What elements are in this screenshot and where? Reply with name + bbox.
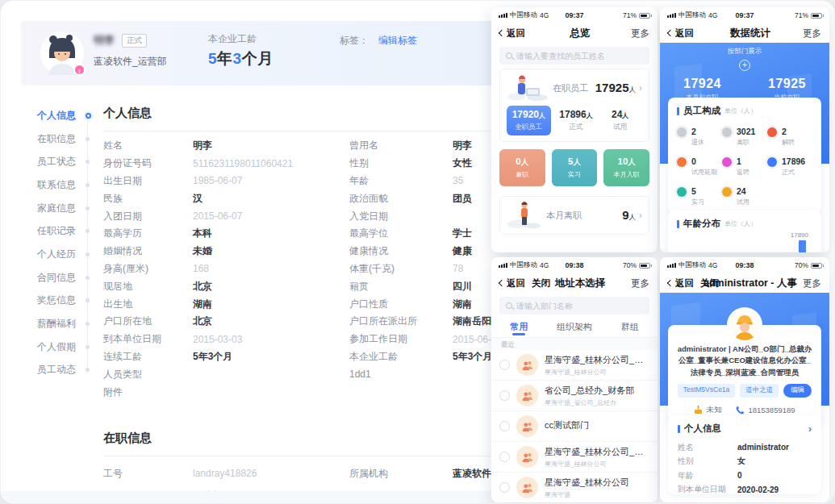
search-bar[interactable] <box>499 47 649 65</box>
field-row: 姓名 明李 <box>103 137 345 155</box>
field-value: 明李 <box>453 139 472 152</box>
active-employees-card[interactable]: 在职员工 17925人 › 17920人 全职员工 17896人 正式 <box>499 69 649 142</box>
department-list-item[interactable]: 省公司_总经办_财务部 星海守盛_省公司_总经办 <box>491 381 658 411</box>
banner-hint: 按部门展示 <box>660 43 829 56</box>
radio-icon[interactable] <box>499 390 510 401</box>
more-button[interactable]: 更多 <box>631 27 649 40</box>
sidebar-item[interactable]: 个人经历 <box>1 243 98 266</box>
field-row: 婚姻情况 未婚 <box>103 243 345 260</box>
legend-dot-icon <box>677 127 687 137</box>
more-button[interactable]: 更多 <box>631 277 649 289</box>
department-list-item[interactable]: 星海守盛_桂林分公司_财… 星海守盛_桂林分公司 <box>491 350 658 381</box>
field-value: 35 <box>453 175 463 186</box>
more-button[interactable]: 更多 <box>803 27 821 40</box>
stat-tile[interactable]: 10人 本月入职 <box>603 149 649 186</box>
tab[interactable]: 组织架构 <box>547 319 603 335</box>
composition-item: 17896 正式 <box>767 156 812 177</box>
field-value: 学士 <box>453 227 472 240</box>
working-person-illustration <box>507 75 549 101</box>
age-bar <box>799 240 806 252</box>
timeline-dot-icon <box>86 113 91 119</box>
status-bar: 中国移动 4G 09:37 71% <box>491 7 658 23</box>
field-value: 北京 <box>193 314 212 328</box>
profile-chip[interactable]: 道中之道 <box>740 384 779 398</box>
stat-tile[interactable]: 5人 实习 <box>552 149 598 186</box>
profile-chip[interactable]: TestM5VsCe1a <box>678 384 736 398</box>
nav-bar: 返回 总览 更多 <box>491 23 658 43</box>
legend-dot-icon <box>767 157 777 167</box>
stat-tile[interactable]: 0人 兼职 <box>499 149 545 186</box>
stat-cell[interactable]: 17896人 正式 <box>554 106 599 135</box>
chevron-right-icon[interactable]: › <box>808 423 812 435</box>
field-row: 人员类型 <box>103 365 345 383</box>
stat-cell[interactable]: 24人 试用 <box>598 106 642 135</box>
search-bar[interactable] <box>499 297 649 314</box>
profile-header: ♀ 明李 正式 蓝凌软件_运营部 本企业工龄 5年3个月 标签： 编辑标签 <box>21 21 493 85</box>
composition-card: 员工构成 单位（人） 2 退休 <box>668 98 821 214</box>
status-bar: 中国移动 4G 09:38 70% <box>660 257 829 273</box>
field-value: 1985-06-07 <box>193 175 242 186</box>
department-list-item[interactable]: 星海守盛_桂林分公司_节… 星海守盛_桂林分公司 <box>491 442 658 473</box>
field-value: 汉 <box>193 192 202 206</box>
user-avatar <box>729 310 760 340</box>
department-list-item[interactable]: 星海守盛_桂林分公司 星海守盛 <box>491 473 658 502</box>
clock: 09:37 <box>660 11 829 19</box>
profile-chip[interactable]: 编辑 <box>783 384 812 398</box>
field-row: 出生地 湖南 <box>103 295 345 313</box>
sidebar-item[interactable]: 家庭信息 <box>1 197 98 220</box>
back-button[interactable]: 返回 <box>668 27 694 40</box>
search-input[interactable] <box>516 302 643 310</box>
tab[interactable]: 常用 <box>491 319 547 335</box>
sidebar-item[interactable]: 个人信息 <box>1 104 98 127</box>
stat-cell[interactable]: 17920人 全职员工 <box>507 106 551 135</box>
radio-icon[interactable] <box>499 482 510 493</box>
search-icon <box>506 302 512 309</box>
tab[interactable]: 群组 <box>602 319 658 335</box>
field-row: 最高学历 本科 <box>103 225 345 243</box>
edit-tags-link[interactable]: 编辑标签 <box>378 34 417 48</box>
phone-addressbook: 中国移动 4G 09:38 70% 返回 关闭 地址本选择 更多 常用 组织架构… <box>491 257 658 502</box>
field-row: 参加工作日期 2015-06-07 <box>349 331 499 348</box>
field-label: 工号 <box>103 467 193 481</box>
field-row: 连续工龄 5年3个月 <box>103 348 345 366</box>
leavers-card[interactable]: 本月离职 9人 › <box>499 196 649 235</box>
back-button[interactable]: 返回 <box>499 277 525 289</box>
birthday-item: 未知 <box>694 405 721 415</box>
sidebar-item[interactable]: 员工动态 <box>1 359 98 382</box>
timeline-dot-icon <box>86 368 90 372</box>
sidebar-item[interactable]: 合同信息 <box>1 266 98 289</box>
radio-icon[interactable] <box>499 452 510 462</box>
back-button[interactable]: 返回 <box>668 277 694 289</box>
search-icon <box>506 52 512 59</box>
sidebar-item[interactable]: 联系信息 <box>1 173 98 197</box>
field-label: 年龄 <box>349 174 453 188</box>
sidebar-item[interactable]: 个人假期 <box>1 335 98 359</box>
radio-icon[interactable] <box>499 360 510 370</box>
plus-icon[interactable]: + <box>739 60 750 71</box>
field-label: 所属机构 <box>349 467 453 481</box>
phone-item[interactable]: 18153859189 <box>736 406 795 414</box>
back-button[interactable]: 返回 <box>499 27 525 40</box>
field-label: 附件 <box>103 385 193 399</box>
sidebar-item[interactable]: 员工状态 <box>1 150 98 173</box>
profile-description: administrator | AN公司_O部门_总裁办公室_董事长兼CEO建设… <box>675 344 814 378</box>
sidebar-item[interactable]: 在职信息 <box>1 127 98 151</box>
age-title: 年龄分布 <box>683 218 720 230</box>
active-count: 17925人 <box>595 81 636 95</box>
chevron-right-icon: › <box>639 82 642 94</box>
field-label: 连续工龄 <box>103 350 193 364</box>
search-input[interactable] <box>516 52 643 60</box>
sidebar-item[interactable]: 薪酬福利 <box>1 312 98 335</box>
cake-icon <box>694 406 703 414</box>
field-label: 户口所在派出所 <box>349 314 453 328</box>
group-avatar <box>516 385 538 406</box>
field-label: 性别 <box>349 156 453 170</box>
page-title: 数据统计 <box>703 27 797 40</box>
app-canvas: ♀ 明李 正式 蓝凌软件_运营部 本企业工龄 5年3个月 标签： 编辑标签 个人… <box>0 0 835 504</box>
more-button[interactable]: 更多 <box>803 277 821 289</box>
field-value: 女性 <box>453 156 472 170</box>
radio-icon[interactable] <box>499 421 510 431</box>
department-list-item[interactable]: cc测试部门 <box>491 411 658 442</box>
sidebar-item[interactable]: 奖惩信息 <box>1 289 98 313</box>
sidebar-item[interactable]: 任职记录 <box>1 219 98 243</box>
